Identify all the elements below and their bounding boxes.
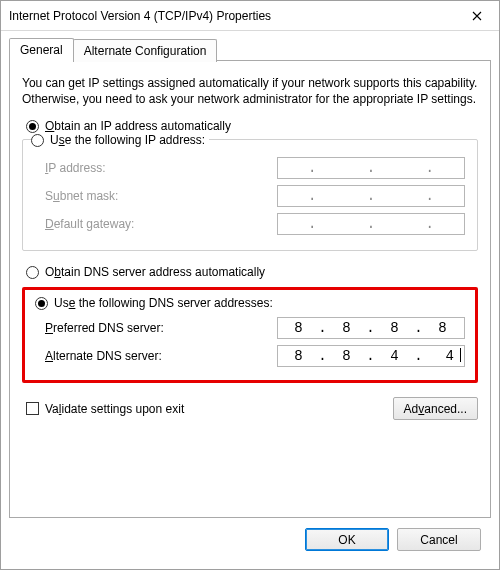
radio-ip-manual[interactable]: Use the following IP address: [31,133,209,147]
ok-button[interactable]: OK [305,528,389,551]
label-preferred-dns: Preferred DNS server: [35,321,277,335]
checkbox-validate-label: Validate settings upon exit [45,402,184,416]
input-alternate-dns[interactable]: 8. 8. 4. 4 [277,345,465,367]
tab-strip: General Alternate Configuration [9,38,491,61]
input-preferred-dns[interactable]: 8. 8. 8. 8 [277,317,465,339]
cancel-button[interactable]: Cancel [397,528,481,551]
close-icon [472,11,482,21]
highlight-dns-manual: Use the following DNS server addresses: … [22,287,478,383]
radio-ip-manual-label: Use the following IP address: [50,133,205,147]
tab-general-body: You can get IP settings assigned automat… [9,60,491,518]
bottom-row: Validate settings upon exit Advanced... [22,397,478,420]
radio-dns-manual[interactable]: Use the following DNS server addresses: [35,296,465,310]
dialog-window: Internet Protocol Version 4 (TCP/IPv4) P… [0,0,500,570]
text-caret [460,348,461,362]
tab-alternate[interactable]: Alternate Configuration [73,39,218,62]
window-title: Internet Protocol Version 4 (TCP/IPv4) P… [1,9,454,23]
label-alternate-dns: Alternate DNS server: [35,349,277,363]
label-subnet-mask: Subnet mask: [35,189,277,203]
radio-icon [35,297,48,310]
radio-dns-manual-label: Use the following DNS server addresses: [54,296,273,310]
radio-icon [31,134,44,147]
label-default-gateway: Default gateway: [35,217,277,231]
radio-ip-auto[interactable]: Obtain an IP address automatically [26,119,478,133]
input-subnet-mask[interactable]: . . . [277,185,465,207]
tab-general-label: General [20,43,63,57]
titlebar: Internet Protocol Version 4 (TCP/IPv4) P… [1,1,499,31]
checkbox-validate[interactable] [26,402,39,415]
group-ip: Use the following IP address: IP address… [22,139,478,251]
close-button[interactable] [454,1,499,31]
input-ip-address[interactable]: . . . [277,157,465,179]
intro-text: You can get IP settings assigned automat… [22,75,478,107]
radio-icon [26,120,39,133]
content-area: General Alternate Configuration You can … [1,31,499,569]
tab-alternate-label: Alternate Configuration [84,44,207,58]
tab-general[interactable]: General [9,38,74,61]
radio-dns-auto[interactable]: Obtain DNS server address automatically [26,265,478,279]
radio-icon [26,266,39,279]
dns-fields: Preferred DNS server: 8. 8. 8. 8 Alterna… [35,314,465,370]
advanced-button[interactable]: Advanced... [393,397,478,420]
radio-ip-auto-label: Obtain an IP address automatically [45,119,231,133]
ip-fields: IP address: . . . Subnet mask: . . . Def… [35,154,465,238]
radio-dns-auto-label: Obtain DNS server address automatically [45,265,265,279]
label-ip-address: IP address: [35,161,277,175]
dialog-buttons: OK Cancel [9,518,491,561]
input-default-gateway[interactable]: . . . [277,213,465,235]
